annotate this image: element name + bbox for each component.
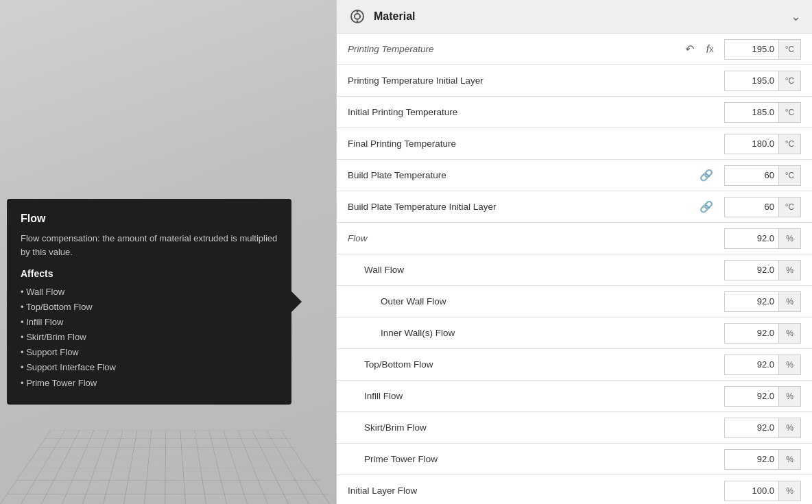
input-initial-layer-flow[interactable] xyxy=(724,481,779,501)
settings-rows-container: Printing Temperature↶fx°CPrinting Temper… xyxy=(337,34,812,504)
row-label-build-plate-temperature-initial-layer: Build Plate Temperature Initial Layer xyxy=(348,202,700,212)
unit-final-printing-temperature: °C xyxy=(779,134,801,154)
unit-wall-flow: % xyxy=(779,260,801,280)
settings-row-wall-flow: Wall Flow% xyxy=(337,254,812,286)
settings-row-flow: Flow% xyxy=(337,223,812,254)
section-title: Material xyxy=(374,10,791,23)
row-label-wall-flow: Wall Flow xyxy=(348,265,724,275)
tooltip-arrow xyxy=(291,291,302,312)
row-label-final-printing-temperature: Final Printing Temperature xyxy=(348,139,724,149)
input-final-printing-temperature[interactable] xyxy=(724,134,779,154)
settings-panel: Material ⌄ Printing Temperature↶fx°CPrin… xyxy=(336,0,812,504)
input-wall-flow[interactable] xyxy=(724,260,779,280)
input-initial-printing-temperature[interactable] xyxy=(724,102,779,123)
input-inner-wall-flow[interactable] xyxy=(724,323,779,344)
row-label-flow: Flow xyxy=(348,233,724,243)
settings-row-final-printing-temperature: Final Printing Temperature°C xyxy=(337,128,812,160)
row-label-printing-temperature-initial-layer: Printing Temperature Initial Layer xyxy=(348,75,724,86)
settings-row-initial-printing-temperature: Initial Printing Temperature°C xyxy=(337,97,812,128)
unit-skirt-brim-flow: % xyxy=(779,418,801,438)
unit-initial-printing-temperature: °C xyxy=(779,102,801,123)
row-label-prime-tower-flow: Prime Tower Flow xyxy=(348,454,724,464)
unit-flow: % xyxy=(779,228,801,249)
svg-point-2 xyxy=(357,11,359,13)
row-label-outer-wall-flow: Outer Wall Flow xyxy=(348,296,724,307)
input-top-bottom-flow[interactable] xyxy=(724,355,779,375)
material-icon xyxy=(348,7,367,26)
link-icon-build-plate-temperature-initial-layer: 🔗 xyxy=(700,200,713,213)
row-label-initial-layer-flow: Initial Layer Flow xyxy=(348,485,724,496)
input-infill-flow[interactable] xyxy=(724,386,779,407)
formula-button-printing-temperature[interactable]: fx xyxy=(701,40,719,58)
3d-viewport: Flow Flow compensation: the amount of ma… xyxy=(0,0,336,504)
row-label-skirt-brim-flow: Skirt/Brim Flow xyxy=(348,422,724,433)
settings-row-inner-wall-flow: Inner Wall(s) Flow% xyxy=(337,317,812,349)
settings-row-build-plate-temperature-initial-layer: Build Plate Temperature Initial Layer🔗°C xyxy=(337,191,812,223)
input-flow[interactable] xyxy=(724,228,779,249)
unit-top-bottom-flow: % xyxy=(779,355,801,375)
row-label-inner-wall-flow: Inner Wall(s) Flow xyxy=(348,328,724,338)
unit-prime-tower-flow: % xyxy=(779,449,801,470)
tooltip-affects-item: Infill Flow xyxy=(21,315,278,330)
tooltip-affects-list: Wall FlowTop/Bottom FlowInfill FlowSkirt… xyxy=(21,285,278,391)
settings-row-skirt-brim-flow: Skirt/Brim Flow% xyxy=(337,412,812,444)
unit-infill-flow: % xyxy=(779,386,801,407)
input-skirt-brim-flow[interactable] xyxy=(724,418,779,438)
settings-row-top-bottom-flow: Top/Bottom Flow% xyxy=(337,349,812,381)
settings-row-initial-layer-flow: Initial Layer Flow% xyxy=(337,475,812,504)
svg-point-3 xyxy=(357,21,359,23)
unit-inner-wall-flow: % xyxy=(779,323,801,344)
unit-printing-temperature: °C xyxy=(779,39,801,60)
flow-tooltip: Flow Flow compensation: the amount of ma… xyxy=(7,199,291,405)
settings-row-infill-flow: Infill Flow% xyxy=(337,381,812,412)
tooltip-description: Flow compensation: the amount of materia… xyxy=(21,232,278,259)
input-build-plate-temperature-initial-layer[interactable] xyxy=(724,197,779,217)
row-label-infill-flow: Infill Flow xyxy=(348,391,724,401)
input-prime-tower-flow[interactable] xyxy=(724,449,779,470)
settings-row-build-plate-temperature: Build Plate Temperature🔗°C xyxy=(337,160,812,191)
tooltip-affects-item: Prime Tower Flow xyxy=(21,376,278,391)
tooltip-title: Flow xyxy=(21,213,278,225)
material-section-header[interactable]: Material ⌄ xyxy=(337,0,812,34)
unit-outer-wall-flow: % xyxy=(779,291,801,312)
unit-printing-temperature-initial-layer: °C xyxy=(779,71,801,91)
row-label-printing-temperature: Printing Temperature xyxy=(348,44,680,54)
tooltip-affects-title: Affects xyxy=(21,268,278,279)
unit-build-plate-temperature-initial-layer: °C xyxy=(779,197,801,217)
tooltip-affects-item: Support Flow xyxy=(21,345,278,360)
tooltip-affects-item: Support Interface Flow xyxy=(21,360,278,375)
reset-button-printing-temperature[interactable]: ↶ xyxy=(680,40,698,58)
settings-row-printing-temperature-initial-layer: Printing Temperature Initial Layer°C xyxy=(337,65,812,97)
tooltip-affects-item: Top/Bottom Flow xyxy=(21,300,278,315)
input-printing-temperature-initial-layer[interactable] xyxy=(724,71,779,91)
settings-row-prime-tower-flow: Prime Tower Flow% xyxy=(337,444,812,475)
chevron-down-icon: ⌄ xyxy=(791,9,801,24)
link-icon-build-plate-temperature: 🔗 xyxy=(700,169,713,182)
unit-build-plate-temperature: °C xyxy=(779,165,801,186)
tooltip-affects-item: Skirt/Brim Flow xyxy=(21,330,278,345)
row-label-build-plate-temperature: Build Plate Temperature xyxy=(348,170,700,180)
settings-row-printing-temperature: Printing Temperature↶fx°C xyxy=(337,34,812,65)
unit-initial-layer-flow: % xyxy=(779,481,801,501)
svg-point-1 xyxy=(355,14,360,19)
input-build-plate-temperature[interactable] xyxy=(724,165,779,186)
input-printing-temperature[interactable] xyxy=(724,39,779,60)
settings-row-outer-wall-flow: Outer Wall Flow% xyxy=(337,286,812,317)
row-label-initial-printing-temperature: Initial Printing Temperature xyxy=(348,107,724,117)
tooltip-affects-item: Wall Flow xyxy=(21,285,278,300)
row-label-top-bottom-flow: Top/Bottom Flow xyxy=(348,359,724,370)
input-outer-wall-flow[interactable] xyxy=(724,291,779,312)
